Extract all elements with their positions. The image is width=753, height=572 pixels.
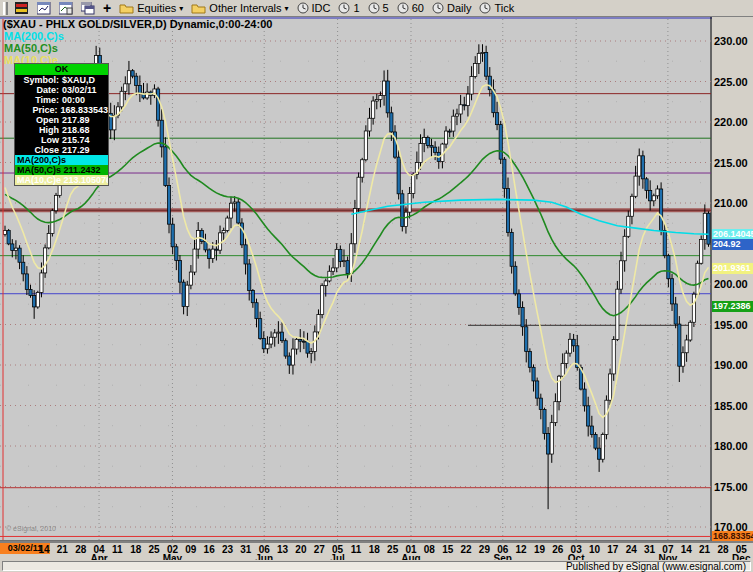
tooltip-ma-row: MA(50,C)s 211.2432 (15, 165, 108, 175)
chart-window-icon (37, 2, 51, 15)
interval-button-1[interactable]: 1 (335, 1, 362, 16)
tooltip-row: Close217.29 (15, 145, 108, 155)
folder-button-other-intervals[interactable]: Other Intervals▾ (188, 1, 291, 16)
date-tick: 10 (589, 544, 600, 555)
tooltip-row-value: 217.89 (59, 115, 90, 125)
tooltip-row-label: High (15, 125, 59, 135)
date-axis[interactable]: 03/02/11 1421280411182502091623310613202… (0, 541, 753, 560)
tooltip-row-label: Date: (15, 85, 59, 95)
folder-button-equities[interactable]: Equities▾ (116, 1, 186, 16)
date-tick: 12 (516, 544, 527, 555)
plus-icon: + (103, 0, 111, 16)
legend-ma50cs: MA(50,C)s (4, 42, 64, 54)
interval-button-label: IDC (312, 2, 331, 14)
ma-legend: MA(200,C)sMA(50,C)sMA(10,C)e (4, 30, 64, 66)
price-tick: 230.00 (714, 35, 748, 47)
date-tick: 18 (130, 544, 141, 555)
quote-board-button[interactable] (12, 1, 32, 16)
publisher-text: Published by eSignal (www.esignal.com) (2, 561, 751, 571)
date-tick: 18 (369, 544, 380, 555)
ma10-value-marker: 201.9361 (712, 263, 753, 274)
date-tick: 11 (112, 544, 123, 555)
ma50-value-marker: 197.2386 (712, 301, 753, 312)
tooltip-row-value: 217.29 (59, 145, 90, 155)
tooltip-row: Price:168.833543 (15, 105, 108, 115)
price-tick: 195.00 (714, 319, 748, 331)
price-tick: 190.00 (714, 359, 748, 371)
date-tick: 15 (442, 544, 453, 555)
date-tick: 31 (240, 544, 251, 555)
tooltip-row-value: 215.74 (59, 135, 90, 145)
add-button[interactable]: + (100, 1, 114, 16)
tooltip-row: Low215.74 (15, 135, 108, 145)
date-tick: 25 (387, 544, 398, 555)
interval-button-daily[interactable]: Daily (429, 1, 474, 16)
tooltip-row-label: Time: (15, 95, 59, 105)
interval-button-idc[interactable]: IDC (294, 1, 334, 16)
tooltip-row-label: Symbol: (15, 75, 59, 85)
quote-board-icon (15, 2, 29, 15)
tooltip-row-value: 00:00 (59, 95, 85, 105)
date-tick: 14 (681, 544, 692, 555)
tooltip-ma-row: MA(10,C)e 213.105076 (15, 175, 108, 185)
tooltip-row: Date:03/02/11 (15, 85, 108, 95)
date-tick: 31 (644, 544, 655, 555)
date-tick: 17 (607, 544, 618, 555)
date-tick: 14 (38, 544, 49, 555)
tooltip-row-value: $XAU,D (59, 75, 95, 85)
new-chart-window-icon (59, 2, 73, 15)
date-tick: 27 (314, 544, 325, 555)
esignal-window: +Equities▾Other Intervals▾IDC1560DailyTi… (0, 0, 753, 572)
data-tooltip: OK Symbol:$XAU,DDate:03/02/11Time:00:00P… (14, 63, 109, 186)
chart-window-button[interactable] (34, 1, 54, 16)
tooltip-row-label: Open (15, 115, 59, 125)
tooltip-header: OK (15, 64, 108, 75)
toolbar-grip[interactable] (3, 2, 8, 15)
window-layout-button[interactable] (78, 1, 98, 16)
date-tick: 16 (204, 544, 215, 555)
date-tick: 09 (185, 544, 196, 555)
date-tick: 25 (149, 544, 160, 555)
interval-button-60[interactable]: 60 (394, 1, 427, 16)
date-tick: 26 (552, 544, 563, 555)
interval-button-label: 5 (383, 2, 389, 14)
price-tick: 175.00 (714, 481, 748, 493)
clock-icon (479, 2, 491, 14)
price-axis[interactable]: 230.00225.00220.00215.00210.00200.00195.… (712, 17, 753, 541)
interval-button-5[interactable]: 5 (365, 1, 392, 16)
chart-pane[interactable]: ($XAU - PHLX GOLD/SILVER,D) Dynamic,0:00… (0, 17, 753, 560)
tooltip-row-label: Price: (15, 105, 57, 115)
last-price-marker: 204.92 (712, 239, 753, 250)
date-tick: 20 (295, 544, 306, 555)
price-tick: 220.00 (714, 116, 748, 128)
date-tick: 23 (222, 544, 233, 555)
clock-icon (397, 2, 409, 14)
folder-button-label: Other Intervals (209, 2, 281, 14)
clock-icon (432, 2, 444, 14)
date-tick: 11 (351, 544, 362, 555)
tooltip-row-value: 218.68 (59, 125, 90, 135)
folder-icon (191, 3, 206, 14)
price-tick: 215.00 (714, 157, 748, 169)
tooltip-row: Symbol:$XAU,D (15, 75, 108, 85)
clock-icon (338, 2, 350, 14)
interval-button-tick[interactable]: Tick (476, 1, 517, 16)
tooltip-row: Time:00:00 (15, 95, 108, 105)
interval-button-label: 60 (412, 2, 424, 14)
new-chart-window-button[interactable] (56, 1, 76, 16)
tooltip-row: High218.68 (15, 125, 108, 135)
tooltip-row-value: 03/02/11 (59, 85, 97, 95)
date-tick: 28 (75, 544, 86, 555)
candlestick-chart[interactable] (0, 17, 753, 560)
legend-ma200cs: MA(200,C)s (4, 30, 64, 42)
date-tick: 13 (277, 544, 288, 555)
crosshair-price-marker: 168.833543 (712, 531, 753, 542)
price-tick: 210.00 (714, 197, 748, 209)
date-tick: 21 (57, 544, 68, 555)
price-tick: 200.00 (714, 278, 748, 290)
price-tick: 180.00 (714, 440, 748, 452)
price-tick: 185.00 (714, 400, 748, 412)
dropdown-carat-icon: ▾ (284, 4, 288, 13)
price-tick: 225.00 (714, 76, 748, 88)
esignal-watermark: © eSignal, 2010 (6, 525, 56, 532)
